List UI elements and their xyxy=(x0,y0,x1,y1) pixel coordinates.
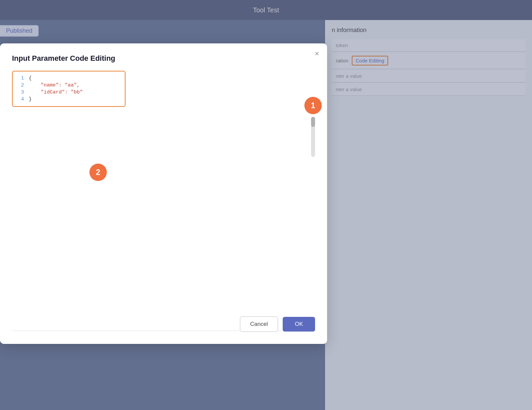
scrollbar-thumb[interactable] xyxy=(311,117,315,127)
line-number-3: 3 xyxy=(16,89,24,95)
line-content-3: "idCard": "bb" xyxy=(29,89,83,95)
code-line-4: 4 } xyxy=(13,96,125,103)
line-number-2: 2 xyxy=(16,82,24,88)
cancel-button[interactable]: Cancel xyxy=(240,317,278,332)
annotation-badge-2: 2 xyxy=(89,164,107,181)
line-content-2: "name": "aa", xyxy=(29,82,80,88)
modal-overlay: Input Parameter Code Editing × 1 { 2 "na… xyxy=(0,0,532,410)
modal-footer: Cancel OK xyxy=(240,317,315,332)
modal-title: Input Parameter Code Editing xyxy=(12,54,315,63)
code-line-1: 1 { xyxy=(13,75,125,82)
editor-scrollbar[interactable] xyxy=(311,117,315,157)
line-number-1: 1 xyxy=(16,75,24,81)
code-line-2: 2 "name": "aa", xyxy=(13,82,125,89)
code-line-3: 3 "idCard": "bb" xyxy=(13,89,125,96)
line-content-1: { xyxy=(29,75,32,81)
modal-dialog: Input Parameter Code Editing × 1 { 2 "na… xyxy=(0,43,327,344)
line-content-4: } xyxy=(29,96,32,102)
line-number-4: 4 xyxy=(16,96,24,102)
ok-button[interactable]: OK xyxy=(283,317,315,332)
annotation-badge-1: 1 xyxy=(304,97,322,114)
code-editor[interactable]: 1 { 2 "name": "aa", 3 "idCard": "bb" 4 } xyxy=(12,71,125,107)
modal-close-button[interactable]: × xyxy=(315,50,319,57)
